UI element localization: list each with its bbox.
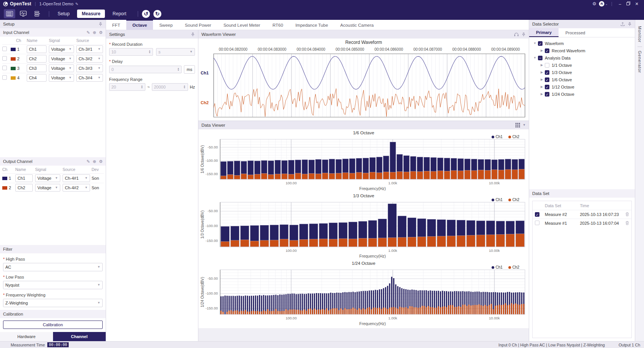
- measure-tab-fft[interactable]: FFT: [106, 20, 126, 30]
- source-select[interactable]: Ch-3#1▼: [76, 45, 103, 53]
- data-set-row[interactable]: Measure #12025-10-13 16:07:04: [533, 219, 631, 227]
- measure-tab-sweep[interactable]: Sweep: [153, 20, 179, 30]
- edit-table-icon[interactable]: ✎: [87, 31, 90, 35]
- close-button[interactable]: ✕: [633, 2, 641, 6]
- source-select[interactable]: Ch-4#1▼: [63, 174, 90, 182]
- measure-tab-octave[interactable]: Octave: [126, 20, 153, 30]
- tree-item-1-24-octave[interactable]: ▶✓1/24 Octave: [531, 90, 633, 98]
- stepper-icon[interactable]: ▲▼: [177, 68, 179, 71]
- checkbox[interactable]: [545, 63, 549, 68]
- tab-processed[interactable]: Processed: [559, 28, 592, 37]
- export-icon[interactable]: [620, 22, 625, 26]
- tab-primary[interactable]: Primary: [529, 28, 559, 37]
- checkbox[interactable]: ✓: [535, 212, 539, 217]
- pin-icon[interactable]: [522, 32, 526, 37]
- octave-24-chart[interactable]: 1/24 OctaveCh1Ch2-50.00-100.00-150.001/2…: [198, 260, 529, 327]
- tree-item-waveform[interactable]: ▼✓Waveform: [531, 40, 633, 47]
- channel-name-input[interactable]: Ch2: [15, 184, 33, 192]
- channel-name-input[interactable]: Ch2: [27, 55, 47, 63]
- layout-grid-icon[interactable]: [515, 123, 520, 127]
- sequence-tool-button[interactable]: [31, 9, 43, 18]
- signal-select[interactable]: Voltage▼: [49, 64, 74, 72]
- undo-button[interactable]: ↺: [142, 10, 150, 18]
- measure-tab-rt60[interactable]: RT60: [266, 20, 289, 30]
- checkbox[interactable]: [2, 47, 7, 51]
- frequency-range-to-input[interactable]: 20000 ▲▼: [152, 83, 188, 91]
- filter-high-pass-select[interactable]: AC▼: [3, 263, 103, 271]
- tree-item-1-1-octave[interactable]: ▶1/1 Octave: [531, 61, 633, 69]
- filter-low-pass-select[interactable]: Nyquist▼: [3, 281, 103, 289]
- redo-button[interactable]: ↻: [153, 10, 161, 18]
- caret-right-icon[interactable]: ▶: [540, 92, 544, 96]
- source-select[interactable]: Ch-4#2▼: [63, 184, 90, 192]
- edit-title-icon[interactable]: ✎: [75, 2, 78, 6]
- caret-down-icon[interactable]: ▼: [533, 56, 537, 60]
- checkbox[interactable]: ✓: [545, 92, 549, 97]
- checkbox[interactable]: ✓: [545, 70, 549, 75]
- delay-input[interactable]: 0 ▲▼: [109, 66, 182, 73]
- maximize-button[interactable]: [624, 2, 633, 6]
- frequency-range-from-input[interactable]: 20 ▲▼: [109, 83, 145, 91]
- monitor-tool-button[interactable]: [18, 9, 29, 18]
- channel-name-input[interactable]: Ch4: [27, 74, 47, 82]
- channel-settings-gear-icon[interactable]: ⚙: [99, 31, 103, 35]
- chevron-down-icon[interactable]: ▼: [523, 124, 526, 127]
- pin-icon[interactable]: [98, 22, 103, 26]
- channel-name-input[interactable]: Ch1: [27, 45, 47, 53]
- signal-select[interactable]: Voltage▼: [35, 174, 60, 182]
- caret-right-icon[interactable]: ▶: [540, 49, 544, 52]
- stepper-icon[interactable]: ▲▼: [148, 50, 151, 54]
- settings-gear-icon[interactable]: ⚙: [592, 1, 597, 6]
- pin-icon[interactable]: [191, 32, 195, 37]
- calibration-button[interactable]: Calibration: [3, 321, 103, 329]
- channel-toggle-button[interactable]: Channel: [53, 332, 106, 341]
- record-duration-input[interactable]: 10 ▲▼: [109, 48, 153, 56]
- checkbox[interactable]: ✓: [538, 41, 543, 46]
- checkbox[interactable]: [2, 66, 7, 70]
- nav-report[interactable]: Report: [108, 10, 131, 18]
- checkbox[interactable]: [2, 75, 7, 80]
- caret-right-icon[interactable]: ▶: [540, 71, 544, 74]
- stepper-icon[interactable]: ▲▼: [141, 85, 143, 89]
- data-set-row[interactable]: ✓Measure #22025-10-13 16:07:23: [533, 210, 631, 219]
- filter-frequency-weighting-select[interactable]: Z-Weighting▼: [3, 299, 103, 307]
- tree-item-1-3-octave[interactable]: ▶✓1/3 Octave: [531, 69, 633, 76]
- minimize-button[interactable]: –: [616, 2, 624, 6]
- tree-item-1-6-octave[interactable]: ▶✓1/6 Octave: [531, 76, 633, 83]
- add-channel-icon[interactable]: ⊕: [93, 160, 96, 164]
- delete-icon[interactable]: [625, 212, 629, 217]
- measure-tab-sound-power[interactable]: Sound Power: [179, 20, 217, 30]
- signal-select[interactable]: Voltage▼: [49, 74, 74, 82]
- record-waveform-chart[interactable]: Record Waveform00:00:04.08200000:00:04.0…: [198, 39, 529, 120]
- tree-item-record-waveform[interactable]: ▶✓Record Waveform: [531, 47, 633, 54]
- stepper-icon[interactable]: ▲▼: [184, 85, 186, 89]
- delete-icon[interactable]: [625, 221, 629, 226]
- signal-select[interactable]: Voltage▼: [35, 184, 60, 192]
- octave-6-chart[interactable]: 1/6 OctaveCh1Ch2-50.00-100.00-150.001/6 …: [198, 129, 529, 192]
- checkbox[interactable]: [535, 221, 539, 225]
- channel-settings-gear-icon[interactable]: ⚙: [99, 160, 103, 164]
- checkbox[interactable]: ✓: [545, 77, 549, 82]
- checkbox[interactable]: [2, 56, 7, 61]
- avatar[interactable]: R: [599, 1, 604, 6]
- measure-tab-sound-level-meter[interactable]: Sound Level Meter: [217, 20, 267, 30]
- measure-tab-impedance-tube[interactable]: Impedance Tube: [289, 20, 334, 30]
- caret-down-icon[interactable]: ▼: [533, 42, 537, 45]
- checkbox[interactable]: –: [538, 56, 543, 60]
- caret-right-icon[interactable]: ▶: [540, 78, 544, 81]
- tab-monitor[interactable]: Monitor: [638, 24, 642, 45]
- octave-3-chart[interactable]: 1/3 OctaveCh1Ch2-50.00-100.00-150.001/3 …: [198, 192, 529, 260]
- channel-name-input[interactable]: Ch1: [15, 174, 33, 182]
- tree-item-1-12-octave[interactable]: ▶✓1/12 Octave: [531, 83, 633, 90]
- signal-select[interactable]: Voltage▼: [49, 55, 74, 63]
- caret-right-icon[interactable]: ▶: [540, 63, 544, 67]
- checkbox[interactable]: ✓: [545, 85, 549, 89]
- nav-measure[interactable]: Measure: [77, 10, 105, 18]
- tree-item-analysis-data[interactable]: ▼–Analysis Data: [531, 54, 633, 61]
- source-select[interactable]: Ch-3#2▼: [76, 55, 103, 63]
- avatar-chevron-icon[interactable]: ⌄: [605, 2, 608, 6]
- hardware-toggle-button[interactable]: Hardware: [0, 332, 53, 341]
- caret-right-icon[interactable]: ▶: [540, 85, 544, 89]
- edit-table-icon[interactable]: ✎: [87, 160, 90, 164]
- pin-icon[interactable]: [628, 22, 632, 26]
